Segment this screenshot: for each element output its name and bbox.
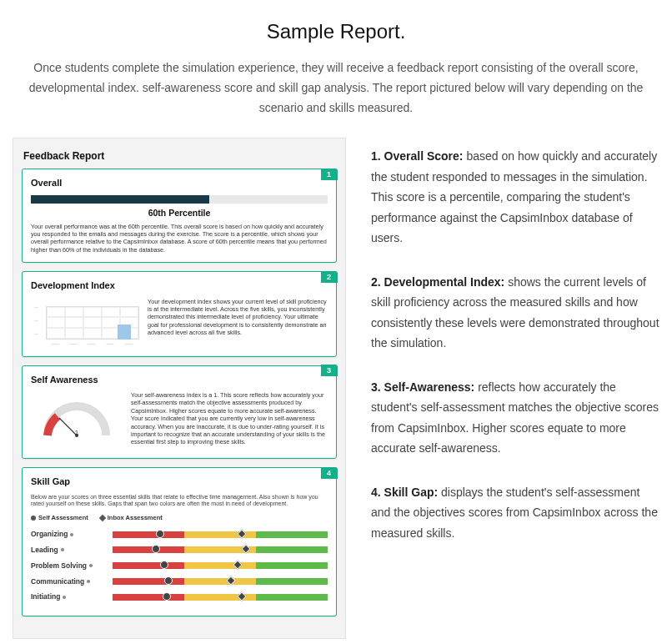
svg-point-1 <box>75 434 78 437</box>
card-badge-4: 4 <box>321 467 338 479</box>
skill-label-3: Communicating <box>31 576 106 587</box>
skill-row-3: Communicating <box>31 576 328 587</box>
skill-bar-4 <box>113 594 328 601</box>
page-subtitle: Once students complete the simulation ex… <box>28 58 644 118</box>
dev-index-chart: — — — —— —— —— —— —— <box>31 298 139 348</box>
skill-gap-intro: Below are your scores on three essential… <box>31 494 328 509</box>
skill-label-4: Initiating <box>31 591 106 602</box>
explain-item-1: 1. Overall Score: based on how quickly a… <box>371 146 659 249</box>
card-badge-2: 2 <box>321 271 338 283</box>
report-title: Feedback Report <box>22 147 337 169</box>
skill-row-4: Initiating <box>31 591 328 602</box>
skill-label-1: Leading <box>31 545 106 556</box>
svg-line-0 <box>59 418 77 435</box>
skill-bar-1 <box>113 546 328 553</box>
info-dot-icon <box>70 533 73 536</box>
info-dot-icon <box>87 580 90 583</box>
overall-percentile-label: 60th Percentile <box>31 207 328 220</box>
explain-item-4: 4. Skill Gap: displays the student's sel… <box>371 482 659 544</box>
explain-item-2: 2. Developmental Index: shows the curren… <box>371 272 659 354</box>
self-marker-2 <box>160 561 168 569</box>
explain-item-3: 3. Self-Awareness: reflects how accurate… <box>371 377 659 459</box>
overall-text: Your overall performance was at the 60th… <box>31 223 328 254</box>
explain-label-2: 2. Developmental Index: <box>371 275 504 289</box>
card-gap-heading: Skill Gap <box>31 475 328 489</box>
explain-label-3: 3. Self-Awareness: <box>371 380 474 394</box>
overall-bar <box>31 195 328 204</box>
card-badge-3: 3 <box>321 365 338 376</box>
skill-row-1: Leading <box>31 545 328 556</box>
card-overall-heading: Overall <box>31 176 328 190</box>
explain-label-1: 1. Overall Score: <box>371 149 464 163</box>
dev-index-text: Your development index shows your curren… <box>148 298 328 337</box>
skill-bar-3 <box>113 578 328 585</box>
info-dot-icon <box>61 548 64 551</box>
page-title: Sample Report. <box>13 17 659 47</box>
card-dev-index: 2 Development Index — — — —— —— —— — <box>22 271 337 357</box>
card-overall: 1 Overall 60th Percentile Your overall p… <box>22 169 337 263</box>
info-dot-icon <box>63 596 66 599</box>
skill-bar-2 <box>113 562 328 569</box>
card-dev-heading: Development Index <box>31 279 328 293</box>
diamond-icon <box>99 515 106 521</box>
feedback-report-panel: Feedback Report 1 Overall 60th Percentil… <box>13 138 346 639</box>
self-marker-4 <box>163 592 171 601</box>
card-skill-gap: 4 Skill Gap Below are your scores on thr… <box>22 467 337 616</box>
card-self-heading: Self Awareness <box>31 373 328 387</box>
skill-gap-legend: Self Assessment Inbox Assessment <box>31 513 328 522</box>
card-badge-1: 1 <box>321 169 338 180</box>
skill-row-0: Organizing <box>31 529 328 540</box>
skill-row-2: Problem Solving <box>31 561 328 571</box>
explanations-column: 1. Overall Score: based on how quickly a… <box>371 138 659 566</box>
skill-label-0: Organizing <box>31 529 106 540</box>
legend-inbox-label: Inbox Assessment <box>108 514 163 521</box>
self-awareness-text: Your self-awareness index is a 1. This s… <box>131 391 328 446</box>
self-awareness-gauge: 1 <box>31 391 123 450</box>
skill-bar-0 <box>113 531 328 538</box>
explain-text-1: based on how quickly and accurately the … <box>371 149 657 244</box>
circle-icon <box>31 516 36 521</box>
explain-label-4: 4. Skill Gap: <box>371 486 438 499</box>
card-self-awareness: 3 Self Awareness 1 Your self-awareness i… <box>22 365 337 460</box>
legend-self-label: Self Assessment <box>38 514 88 521</box>
skill-label-2: Problem Solving <box>31 561 106 571</box>
self-marker-0 <box>156 530 164 538</box>
self-marker-3 <box>164 576 173 585</box>
overall-bar-fill <box>31 195 209 204</box>
info-dot-icon <box>89 564 93 567</box>
self-marker-1 <box>152 545 160 553</box>
